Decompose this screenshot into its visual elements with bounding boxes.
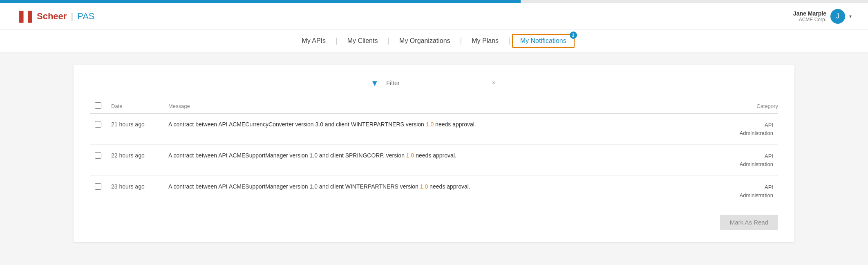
nav-separator-1: |	[334, 36, 339, 45]
filter-row: ▼ ×	[90, 77, 778, 89]
table-row: 21 hours ago A contract between API ACME…	[90, 114, 778, 145]
user-info: Jane Marple ACME Corp. J ▾	[793, 9, 852, 24]
nav-separator-3: |	[459, 36, 464, 45]
row-1-msg-post: needs approval.	[414, 152, 456, 159]
nav-item-my-plans[interactable]: My Plans	[463, 37, 507, 45]
row-2-msg-highlight: 1.0	[420, 183, 428, 190]
table-row: 22 hours ago A contract between API ACME…	[90, 145, 778, 176]
row-2-date: 23 hours ago	[106, 176, 163, 207]
row-1-date: 22 hours ago	[106, 145, 163, 176]
row-1-category: API Administration	[713, 145, 778, 176]
logo[interactable]: ❚❚ Scheer | PAS	[16, 9, 95, 23]
row-2-msg-post: needs approval.	[428, 183, 470, 190]
footer-row: Mark As Read	[90, 215, 778, 230]
header-category: Category	[713, 99, 778, 114]
user-name: Jane Marple	[793, 10, 826, 17]
row-1-msg-pre: A contract between API ACMESupportManage…	[168, 152, 406, 159]
row-2-category: API Administration	[713, 176, 778, 207]
row-2-msg-pre: A contract between API ACMESupportManage…	[168, 183, 420, 190]
row-0-checkbox-cell	[90, 114, 106, 145]
row-1-message: A contract between API ACMESupportManage…	[163, 145, 713, 176]
row-1-cat-line1: API	[765, 153, 773, 159]
table-header: Date Message Category	[90, 99, 778, 114]
row-1-cat-line2: Administration	[740, 161, 773, 167]
row-0-cat-line1: API	[765, 122, 773, 128]
nav-notifications-label: My Notifications	[520, 37, 566, 44]
select-all-checkbox[interactable]	[95, 102, 101, 109]
row-2-cat-line1: API	[765, 184, 773, 190]
row-1-checkbox[interactable]	[95, 152, 101, 159]
top-progress-bar	[0, 0, 868, 3]
user-org: ACME Corp.	[793, 17, 826, 22]
user-dropdown-arrow[interactable]: ▾	[849, 13, 852, 19]
filter-clear-icon[interactable]: ×	[492, 79, 496, 87]
notifications-card: ▼ × Date Message Category	[74, 65, 794, 242]
row-0-checkbox[interactable]	[95, 121, 101, 128]
nav-item-my-notifications[interactable]: My Notifications 3	[512, 34, 575, 48]
logo-product: PAS	[77, 11, 94, 22]
main-content: ▼ × Date Message Category	[0, 52, 868, 254]
header: ❚❚ Scheer | PAS Jane Marple ACME Corp. J…	[0, 3, 868, 29]
row-0-category: API Administration	[713, 114, 778, 145]
row-2-checkbox[interactable]	[95, 183, 101, 190]
notifications-tbody: 21 hours ago A contract between API ACME…	[90, 114, 778, 207]
row-2-checkbox-cell	[90, 176, 106, 207]
mark-as-read-button[interactable]: Mark As Read	[720, 215, 778, 230]
row-0-message: A contract between API ACMECurrencyConve…	[163, 114, 713, 145]
user-text: Jane Marple ACME Corp.	[793, 10, 826, 22]
logo-icon: ❚❚	[16, 9, 34, 23]
row-0-msg-post: needs approval.	[434, 121, 476, 128]
notifications-table: Date Message Category 21 hours ago A con…	[90, 99, 778, 207]
nav-item-my-apis[interactable]: My APIs	[293, 37, 334, 45]
avatar-initial: J	[836, 13, 839, 20]
row-2-message: A contract between API ACMESupportManage…	[163, 176, 713, 207]
main-nav: My APIs | My Clients | My Organizations …	[0, 29, 868, 52]
logo-brand: Scheer	[37, 11, 67, 22]
row-0-date: 21 hours ago	[106, 114, 163, 145]
notification-badge: 3	[570, 31, 577, 39]
header-checkbox-col	[90, 99, 106, 114]
table-row: 23 hours ago A contract between API ACME…	[90, 176, 778, 207]
row-0-msg-highlight: 1.0	[426, 121, 434, 128]
avatar: J	[830, 9, 845, 24]
logo-separator: |	[71, 11, 73, 22]
nav-separator-4: |	[507, 36, 512, 45]
row-0-msg-pre: A contract between API ACMECurrencyConve…	[168, 121, 426, 128]
row-1-msg-highlight: 1.0	[406, 152, 414, 159]
filter-input-wrap: ×	[383, 77, 497, 89]
header-message: Message	[163, 99, 713, 114]
row-2-cat-line2: Administration	[740, 192, 773, 198]
filter-input[interactable]	[383, 77, 497, 89]
nav-item-my-clients[interactable]: My Clients	[339, 37, 386, 45]
filter-icon: ▼	[371, 79, 379, 88]
row-1-checkbox-cell	[90, 145, 106, 176]
header-date: Date	[106, 99, 163, 114]
nav-separator-2: |	[386, 36, 391, 45]
nav-item-my-organizations[interactable]: My Organizations	[391, 37, 459, 45]
row-0-cat-line2: Administration	[740, 130, 773, 136]
